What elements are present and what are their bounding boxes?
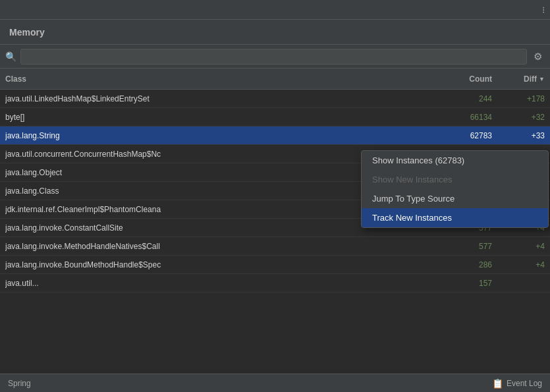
table-header: Class Count Diff ▼ xyxy=(0,69,550,90)
cell-count: 286 xyxy=(413,260,492,269)
cell-diff: +4 xyxy=(492,242,545,251)
context-menu-item: Show New Instances xyxy=(362,170,548,189)
status-bar: Spring 📋 Event Log xyxy=(0,374,550,392)
cell-class: jdk.internal.ref.CleanerImpl$PhantomClea… xyxy=(5,205,413,214)
cell-class: java.lang.invoke.BoundMethodHandle$Spec xyxy=(5,260,413,269)
cell-class: java.lang.Object xyxy=(5,168,413,177)
cell-class: java.lang.Class xyxy=(5,186,413,196)
table-row[interactable]: java.lang.String 62783 +33 xyxy=(0,126,550,145)
cell-count: 66134 xyxy=(413,113,492,122)
search-icon: 🔍 xyxy=(5,51,16,62)
table-row[interactable]: java.util... 157 xyxy=(0,274,550,293)
context-menu-item[interactable]: Show Instances (62783) xyxy=(362,151,548,170)
col-diff-header[interactable]: Diff ▼ xyxy=(492,74,545,84)
table-row[interactable]: byte[] 66134 +32 xyxy=(0,108,550,126)
event-log-label: Event Log xyxy=(507,379,542,388)
top-toolbar: ⁝ xyxy=(0,0,550,20)
col-count-header: Count xyxy=(413,74,492,84)
cell-diff: +32 xyxy=(492,113,545,122)
event-log-button[interactable]: 📋 Event Log xyxy=(492,378,542,389)
context-menu-item[interactable]: Jump To Type Source xyxy=(362,189,548,208)
cell-class: java.lang.invoke.MethodHandleNatives$Cal… xyxy=(5,242,413,251)
search-input[interactable] xyxy=(20,49,527,65)
col-class-header: Class xyxy=(5,74,413,84)
table-row[interactable]: java.util.LinkedHashMap$LinkedEntrySet 2… xyxy=(0,90,550,108)
cell-class: java.util.LinkedHashMap$LinkedEntrySet xyxy=(5,94,413,103)
table-row[interactable]: java.lang.invoke.BoundMethodHandle$Spec … xyxy=(0,256,550,274)
cell-count: 157 xyxy=(413,279,492,288)
cell-count: 244 xyxy=(413,94,492,103)
cell-count: 577 xyxy=(413,242,492,251)
cell-class: java.lang.String xyxy=(5,131,413,140)
table-row[interactable]: java.lang.invoke.MethodHandleNatives$Cal… xyxy=(0,237,550,256)
event-log-icon: 📋 xyxy=(492,378,503,389)
diff-sort-icon: ▼ xyxy=(539,76,545,82)
cell-diff: +4 xyxy=(492,260,545,269)
cell-diff: +33 xyxy=(492,131,545,140)
panel-header: Memory xyxy=(0,20,550,45)
cell-class: java.util... xyxy=(5,279,413,288)
cell-class: byte[] xyxy=(5,113,413,122)
toolbar-settings-icon[interactable]: ⁝ xyxy=(542,5,545,15)
cell-class: java.lang.invoke.ConstantCallSite xyxy=(5,223,413,233)
search-bar: 🔍 ⚙ xyxy=(0,45,550,69)
context-menu: Show Instances (62783)Show New Instances… xyxy=(361,150,549,228)
settings-icon[interactable]: ⚙ xyxy=(531,49,545,64)
cell-count: 62783 xyxy=(413,131,492,140)
context-menu-item[interactable]: Track New Instances xyxy=(362,208,548,227)
cell-class: java.util.concurrent.ConcurrentHashMap$N… xyxy=(5,150,413,159)
panel-title: Memory xyxy=(9,27,45,38)
cell-diff: +178 xyxy=(492,94,545,103)
status-left: Spring xyxy=(8,379,31,388)
